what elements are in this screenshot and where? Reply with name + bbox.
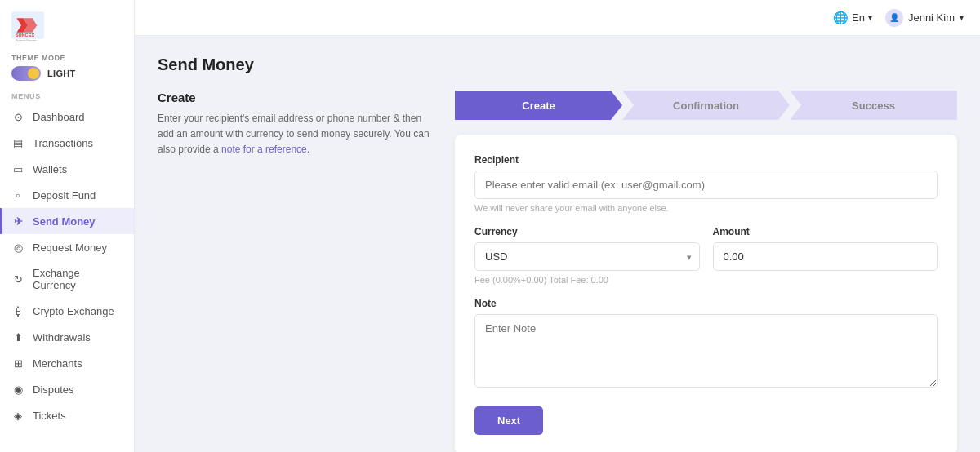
- theme-section: THEME MODE LIGHT: [0, 49, 134, 84]
- recipient-hint: We will never share your email with anyo…: [474, 203, 938, 213]
- note-field-group: Note: [474, 298, 938, 390]
- user-menu[interactable]: 👤 Jenni Kim ▾: [885, 9, 964, 27]
- form-card: Recipient We will never share your email…: [455, 135, 957, 452]
- main-area: 🌐 En ▾ 👤 Jenni Kim ▾ Send Money Create E…: [135, 0, 980, 452]
- sidebar-item-tickets[interactable]: ◈ Tickets: [0, 402, 134, 428]
- fee-text: Fee (0.00%+0.00) Total Fee: 0.00: [474, 275, 700, 285]
- recipient-label: Recipient: [474, 154, 938, 166]
- topbar: 🌐 En ▾ 👤 Jenni Kim ▾: [135, 0, 980, 36]
- logo-area: SUNCEX Payment Gateway: [0, 0, 134, 49]
- dashboard-icon: ⊙: [11, 110, 24, 123]
- sidebar-item-transactions[interactable]: ▤ Transactions: [0, 130, 134, 156]
- wallets-icon: ▭: [11, 162, 24, 175]
- crypto-exchange-icon: ₿: [11, 304, 24, 317]
- toggle-thumb: [28, 68, 39, 79]
- sidebar-item-label: Request Money: [33, 242, 107, 254]
- merchants-icon: ⊞: [11, 357, 24, 370]
- right-panel: Create Confirmation Success Recipient: [455, 91, 957, 452]
- sidebar-item-crypto-exchange[interactable]: ₿ Crypto Exchange: [0, 298, 134, 324]
- amount-label: Amount: [713, 226, 938, 237]
- sidebar-item-withdrawals[interactable]: ⬆ Withdrawals: [0, 324, 134, 350]
- sidebar-item-exchange-currency[interactable]: ↻ Exchange Currency: [0, 260, 134, 298]
- content-area: Create Enter your recipient's email addr…: [158, 91, 957, 452]
- sidebar-item-label: Withdrawals: [33, 331, 91, 343]
- sidebar-item-wallets[interactable]: ▭ Wallets: [0, 156, 134, 182]
- sidebar-item-label: Send Money: [33, 215, 96, 228]
- sidebar-item-label: Crypto Exchange: [33, 305, 114, 317]
- svg-text:SUNCEX: SUNCEX: [16, 33, 35, 38]
- theme-value: LIGHT: [47, 69, 76, 78]
- note-label: Note: [474, 298, 938, 309]
- sidebar-nav: ⊙ Dashboard ▤ Transactions ▭ Wallets ▫ D…: [0, 104, 134, 428]
- language-selector[interactable]: 🌐 En ▾: [833, 11, 872, 25]
- step-success: Success: [790, 91, 957, 120]
- currency-select[interactable]: USD EUR GBP BTC ETH: [474, 242, 700, 271]
- tickets-icon: ◈: [11, 409, 24, 422]
- sidebar-item-dashboard[interactable]: ⊙ Dashboard: [0, 104, 134, 130]
- currency-label: Currency: [474, 226, 700, 237]
- lang-arrow-icon: ▾: [868, 13, 872, 22]
- sidebar-item-merchants[interactable]: ⊞ Merchants: [0, 350, 134, 376]
- steps-bar: Create Confirmation Success: [455, 91, 957, 120]
- desc-link: note for a reference: [221, 144, 307, 155]
- lang-label: En: [852, 11, 865, 24]
- sidebar-item-label: Deposit Fund: [33, 189, 96, 202]
- sidebar-item-label: Transactions: [33, 137, 93, 149]
- menus-label: MENUS: [0, 84, 134, 104]
- left-panel: Create Enter your recipient's email addr…: [158, 91, 435, 158]
- user-avatar: 👤: [885, 9, 903, 27]
- deposit-icon: ▫: [11, 188, 24, 202]
- currency-select-wrapper: USD EUR GBP BTC ETH ▾: [474, 242, 700, 271]
- logo-icon: SUNCEX Payment Gateway: [11, 10, 44, 41]
- amount-field-group: Amount: [713, 226, 938, 285]
- sidebar-item-label: Exchange Currency: [33, 267, 122, 291]
- disputes-icon: ◉: [11, 383, 24, 396]
- user-arrow-icon: ▾: [960, 13, 964, 22]
- sidebar-item-disputes[interactable]: ◉ Disputes: [0, 376, 134, 402]
- theme-mode-label: THEME MODE: [11, 54, 122, 62]
- theme-toggle[interactable]: [11, 66, 41, 81]
- send-money-icon: ✈: [11, 215, 24, 228]
- sidebar-item-deposit[interactable]: ▫ Deposit Fund: [0, 182, 134, 208]
- request-money-icon: ◎: [11, 241, 24, 254]
- transactions-icon: ▤: [11, 136, 24, 149]
- exchange-currency-icon: ↻: [11, 273, 24, 286]
- sidebar-item-label: Tickets: [33, 410, 66, 422]
- user-icon: 👤: [889, 13, 899, 22]
- sidebar-item-label: Merchants: [33, 357, 82, 370]
- currency-amount-row: Currency USD EUR GBP BTC ETH ▾: [474, 226, 938, 285]
- sidebar-item-label: Disputes: [33, 383, 74, 396]
- create-description: Enter your recipient's email address or …: [158, 111, 435, 158]
- user-name: Jenni Kim: [908, 11, 955, 24]
- step-confirmation: Confirmation: [622, 91, 790, 120]
- amount-input[interactable]: [713, 242, 938, 271]
- sidebar-item-request-money[interactable]: ◎ Request Money: [0, 234, 134, 260]
- globe-icon: 🌐: [833, 11, 849, 25]
- currency-field-group: Currency USD EUR GBP BTC ETH ▾: [474, 226, 700, 285]
- recipient-input[interactable]: [474, 171, 938, 199]
- sidebar-item-send-money[interactable]: ✈ Send Money: [0, 208, 134, 234]
- create-title: Create: [158, 91, 435, 104]
- sidebar-item-label: Wallets: [33, 163, 67, 175]
- sidebar-item-label: Dashboard: [33, 111, 85, 123]
- page-title: Send Money: [158, 55, 957, 74]
- svg-text:Payment Gateway: Payment Gateway: [16, 39, 37, 41]
- note-textarea[interactable]: [474, 314, 938, 388]
- page-content: Send Money Create Enter your recipient's…: [135, 36, 980, 452]
- step-create: Create: [455, 91, 622, 120]
- sidebar: SUNCEX Payment Gateway THEME MODE LIGHT …: [0, 0, 135, 452]
- recipient-field-group: Recipient We will never share your email…: [474, 154, 938, 213]
- withdrawals-icon: ⬆: [11, 330, 24, 343]
- next-button[interactable]: Next: [474, 406, 543, 435]
